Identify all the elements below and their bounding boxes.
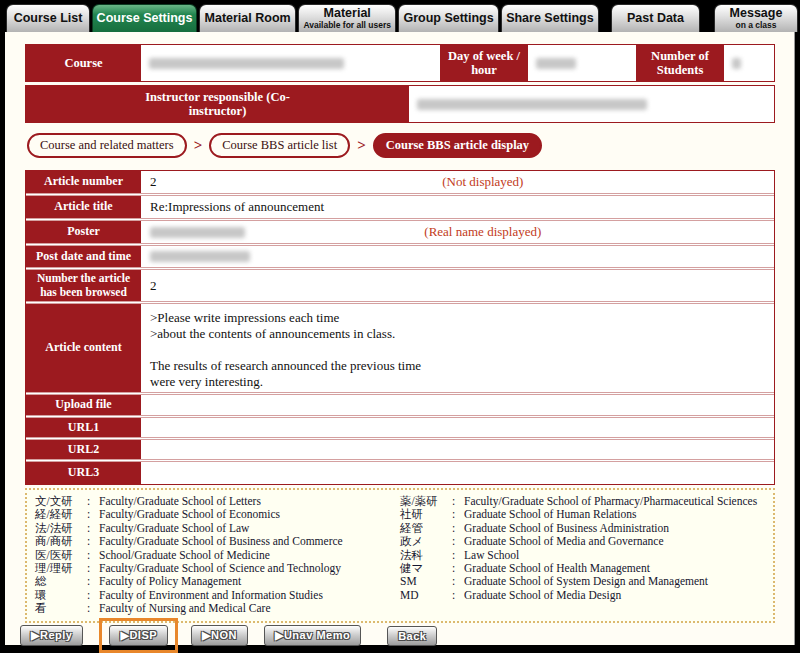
legend-description: Law School — [464, 549, 765, 562]
row-label-url1: URL1 — [26, 418, 141, 437]
back-button[interactable]: Back — [387, 626, 437, 646]
legend-description: School/Graduate School of Medicine — [99, 549, 400, 562]
row-value-article-title: Re:Impressions of announcement — [141, 196, 774, 218]
legend-separator: : — [87, 535, 99, 548]
breadcrumb-course-bbs-article-list[interactable]: Course BBS article list — [209, 133, 350, 158]
row-value-article-number: 2(Not displayed) — [141, 171, 774, 193]
legend-item: 総:Faculty of Policy Management — [35, 575, 400, 588]
breadcrumb-separator: > — [194, 137, 203, 154]
legend-abbr: SM — [400, 575, 452, 588]
button-row: ▶Reply▶DISP▶NON▶Unav MemoBack — [20, 618, 453, 653]
legend-item: 法科:Law School — [400, 549, 765, 562]
legend-abbr: 政メ — [400, 535, 452, 548]
row-label-post-date-and-time: Post date and time — [26, 246, 141, 267]
redacted-day-value — [536, 58, 576, 69]
legend-item: 政メ:Graduate School of Media and Governan… — [400, 535, 765, 548]
legend-description: Faculty/Graduate School of Pharmacy/Phar… — [464, 495, 765, 508]
legend-description: Graduate School of Human Relations — [464, 508, 765, 521]
breadcrumb-course-bbs-article-display[interactable]: Course BBS article display — [373, 133, 542, 158]
row-number-the-article-has-been-browsed: Number the article has been browsed2 — [26, 270, 774, 304]
legend-separator: : — [87, 562, 99, 575]
disp-button[interactable]: ▶DISP — [109, 625, 168, 646]
breadcrumb-course-and-related-matters[interactable]: Course and related matters — [27, 133, 187, 158]
legend-description: Graduate School of System Design and Man… — [464, 575, 765, 588]
tab-bar: Course ListCourse SettingsMaterial RoomM… — [0, 0, 800, 32]
legend-item: MD:Graduate School of Media Design — [400, 589, 765, 602]
legend-description: Faculty of Policy Management — [99, 575, 400, 588]
legend-abbr: 経/経研 — [35, 508, 87, 521]
legend-abbr: 社研 — [400, 508, 452, 521]
legend-description: Faculty/Graduate School of Science and T… — [99, 562, 400, 575]
row-value-url1 — [141, 418, 774, 437]
unav-memo-button[interactable]: ▶Unav Memo — [264, 625, 361, 646]
redacted-value — [150, 227, 245, 238]
annotation-poster: (Real name displayed) — [424, 224, 541, 240]
redacted-value — [150, 251, 250, 262]
legend-item: 法/法研:Faculty/Graduate School of Law — [35, 522, 400, 535]
tab-sublabel: on a class — [735, 20, 776, 30]
legend-abbr: 総 — [35, 575, 87, 588]
legend-description: Graduate School of Media Design — [464, 589, 765, 602]
legend-separator: : — [452, 508, 464, 521]
legend-separator: : — [87, 522, 99, 535]
legend-separator: : — [87, 575, 99, 588]
faculty-legend: 文/文研:Faculty/Graduate School of Letters経… — [25, 488, 775, 623]
row-value-article-content: >Please write impressions each time >abo… — [141, 304, 774, 392]
row-url1: URL1 — [26, 418, 774, 440]
tab-course-settings[interactable]: Course Settings — [92, 4, 197, 32]
row-article-title: Article titleRe:Impressions of announcem… — [26, 196, 774, 221]
row-article-number: Article number2(Not displayed) — [26, 171, 774, 196]
row-article-content: Article content>Please write impressions… — [26, 304, 774, 395]
row-label-article-title: Article title — [26, 196, 141, 218]
legend-separator: : — [452, 562, 464, 575]
row-label-number-the-article-has-been-browsed: Number the article has been browsed — [26, 270, 141, 301]
tab-past-data[interactable]: Past Data — [611, 4, 700, 32]
row-value-url2 — [141, 440, 774, 459]
tab-message[interactable]: Messageon a class — [714, 4, 798, 32]
legend-abbr: 環 — [35, 589, 87, 602]
redacted-instructor-value — [417, 99, 647, 110]
legend-abbr: 法科 — [400, 549, 452, 562]
row-label-url3: URL3 — [26, 462, 141, 484]
legend-description: Faculty of Nursing and Medical Care — [99, 602, 400, 615]
legend-item: 理/理研:Faculty/Graduate School of Science … — [35, 562, 400, 575]
tab-label: Course List — [14, 12, 83, 25]
legend-description: Faculty/Graduate School of Law — [99, 522, 400, 535]
tab-material[interactable]: MaterialAvailable for all users — [298, 4, 396, 32]
legend-item: SM:Graduate School of System Design and … — [400, 575, 765, 588]
tab-label: Past Data — [627, 12, 684, 25]
course-info-row-1: Course Day of week / hour Number of Stud… — [25, 44, 775, 82]
legend-abbr: MD — [400, 589, 452, 602]
legend-abbr: 健マ — [400, 562, 452, 575]
legend-separator: : — [87, 495, 99, 508]
legend-separator: : — [452, 549, 464, 562]
tab-label: Course Settings — [97, 12, 193, 25]
legend-description: Graduate School of Media and Governance — [464, 535, 765, 548]
legend-abbr: 経管 — [400, 522, 452, 535]
day-of-week-value — [528, 45, 636, 81]
legend-item: 商/商研:Faculty/Graduate School of Business… — [35, 535, 400, 548]
legend-item: 看:Faculty of Nursing and Medical Care — [35, 602, 400, 615]
redacted-students-value — [732, 58, 741, 69]
legend-separator: : — [452, 522, 464, 535]
non-button[interactable]: ▶NON — [191, 625, 248, 646]
annotation-article-number: (Not displayed) — [442, 174, 523, 190]
redacted-course-value — [149, 58, 344, 69]
legend-column-left: 文/文研:Faculty/Graduate School of Letters経… — [35, 495, 400, 616]
legend-separator: : — [87, 508, 99, 521]
row-value-poster: (Real name displayed) — [141, 221, 774, 243]
reply-button[interactable]: ▶Reply — [20, 625, 83, 646]
tab-share-settings[interactable]: Share Settings — [501, 4, 599, 32]
tab-course-list[interactable]: Course List — [6, 4, 90, 32]
legend-item: 健マ:Graduate School of Health Management — [400, 562, 765, 575]
breadcrumb: Course and related matters>Course BBS ar… — [27, 133, 542, 158]
tab-sublabel: Available for all users — [303, 20, 391, 30]
tab-group-settings[interactable]: Group Settings — [398, 4, 498, 32]
legend-separator: : — [452, 575, 464, 588]
tab-material-room[interactable]: Material Room — [199, 4, 296, 32]
row-post-date-and-time: Post date and time — [26, 246, 774, 270]
legend-description: Graduate School of Health Management — [464, 562, 765, 575]
legend-separator: : — [87, 549, 99, 562]
legend-description: Faculty/Graduate School of Business and … — [99, 535, 400, 548]
number-of-students-label: Number of Students — [636, 45, 724, 81]
